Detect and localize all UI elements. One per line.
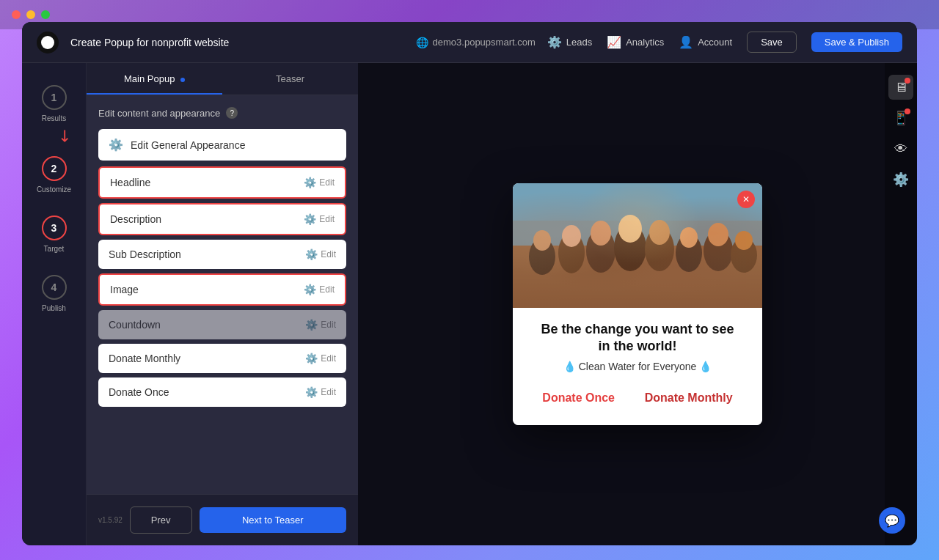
eye-icon: 👁 [894, 141, 907, 157]
step-sidebar: 1 Results ↗ 2 Customize 3 Target [22, 63, 87, 545]
crowd-svg [513, 183, 762, 308]
gear-small-icon: ⚙️ [304, 177, 316, 188]
countdown-edit-button[interactable]: ⚙️ Edit [305, 319, 336, 331]
donate-once-preview-button[interactable]: Donate Once [542, 391, 615, 405]
leads-icon: ⚙️ [547, 35, 562, 49]
donate-once-label: Donate Once [109, 386, 169, 398]
device-settings-button[interactable]: ⚙️ [888, 167, 913, 192]
popup-headline: Be the change you want to see in the wor… [527, 321, 748, 355]
donate-monthly-edit-button[interactable]: ⚙️ Edit [305, 353, 336, 364]
description-edit-button[interactable]: ⚙️ Edit [304, 213, 335, 225]
step-4-number: 4 [51, 281, 57, 293]
donate-monthly-edit-label: Edit [321, 353, 336, 364]
step-2-number: 2 [51, 163, 57, 174]
step-3-item[interactable]: 3 Target [42, 215, 67, 253]
popup-preview: ✕ [513, 183, 762, 426]
sub-description-edit-button[interactable]: ⚙️ Edit [305, 248, 336, 260]
top-nav: Create Popup for nonprofit website 🌐 dem… [22, 22, 917, 63]
sub-description-edit-label: Edit [321, 249, 336, 259]
popup-image [513, 183, 762, 308]
gear-small-icon-7: ⚙️ [305, 386, 318, 398]
svg-point-17 [735, 231, 753, 250]
donate-monthly-preview-button[interactable]: Donate Monthly [645, 391, 733, 405]
close-dot[interactable] [12, 10, 21, 19]
tab-teaser-label: Teaser [276, 73, 304, 84]
save-publish-button[interactable]: Save & Publish [811, 32, 902, 52]
step-3-label: Target [44, 245, 65, 253]
account-avatar-icon: 👤 [679, 35, 693, 49]
svg-point-3 [533, 230, 551, 251]
logo-inner [41, 36, 54, 49]
donate-monthly-label: Donate Monthly [109, 353, 180, 364]
step-arrow: ↗ [54, 124, 76, 147]
prev-button[interactable]: Prev [130, 506, 192, 534]
tab-teaser[interactable]: Teaser [222, 63, 358, 95]
countdown-item[interactable]: Countdown ⚙️ Edit [98, 310, 346, 339]
chat-bubble-button[interactable]: 💬 [879, 507, 905, 534]
gear-small-icon-5: ⚙️ [305, 319, 318, 331]
donate-once-item[interactable]: Donate Once ⚙️ Edit [98, 377, 346, 407]
section-header-text: Edit content and appearance [98, 108, 220, 119]
step-2-circle: 2 [42, 156, 67, 181]
next-button[interactable]: Next to Teaser [200, 507, 346, 533]
sub-description-label: Sub Description [109, 248, 181, 260]
description-item[interactable]: Description ⚙️ Edit [98, 203, 346, 235]
step-4-item[interactable]: 4 Publish [42, 275, 67, 312]
svg-point-9 [618, 215, 642, 243]
svg-point-13 [680, 227, 698, 248]
panel-section-header: Edit content and appearance ? [98, 107, 346, 119]
popup-description: 💧 Clean Water for Everyone 💧 [527, 361, 748, 372]
version-label: v1.5.92 [98, 516, 123, 524]
image-item[interactable]: Image ⚙️ Edit [98, 273, 346, 306]
step-1-number: 1 [51, 92, 57, 103]
logo [37, 32, 59, 54]
minimize-dot[interactable] [26, 10, 35, 19]
analytics-label: Analytics [626, 37, 664, 48]
step-1-label: Results [42, 114, 66, 122]
step-4-label: Publish [42, 304, 66, 312]
panel-footer: v1.5.92 Prev Next to Teaser [87, 494, 358, 545]
headline-edit-button[interactable]: ⚙️ Edit [304, 177, 335, 188]
maximize-dot[interactable] [41, 10, 50, 19]
general-appearance-label: Edit General Appearance [131, 139, 245, 151]
popup-close-button[interactable]: ✕ [737, 191, 755, 208]
tab-main-popup-dot [180, 78, 185, 82]
step-2-item[interactable]: 2 Customize [37, 156, 71, 194]
tab-main-popup-label: Main Popup [124, 73, 175, 84]
desktop-device-button[interactable]: 🖥 [888, 75, 913, 100]
nav-actions: ⚙️ Leads 📈 Analytics 👤 Account Save Save… [547, 32, 902, 53]
donate-once-edit-button[interactable]: ⚙️ Edit [305, 386, 336, 398]
svg-point-11 [649, 220, 670, 245]
nav-url: 🌐 demo3.popupsmart.com [416, 37, 536, 48]
general-appearance-button[interactable]: ⚙️ Edit General Appearance [98, 129, 346, 161]
url-text: demo3.popupsmart.com [433, 37, 536, 48]
preview-button[interactable]: 👁 [888, 136, 913, 161]
headline-item[interactable]: Headline ⚙️ Edit [98, 166, 346, 199]
save-button[interactable]: Save [747, 32, 797, 53]
sub-description-item[interactable]: Sub Description ⚙️ Edit [98, 240, 346, 269]
headline-label: Headline [110, 177, 150, 188]
step-1-circle: 1 [42, 85, 67, 110]
preview-area: ✕ [358, 63, 917, 545]
donate-monthly-item[interactable]: Donate Monthly ⚙️ Edit [98, 344, 346, 373]
analytics-nav-item[interactable]: 📈 Analytics [607, 35, 664, 49]
image-label: Image [110, 284, 139, 295]
countdown-label: Countdown [109, 319, 161, 331]
countdown-edit-label: Edit [321, 320, 336, 330]
description-edit-label: Edit [319, 214, 335, 224]
device-toolbar: 🖥 📱 👁 ⚙️ [885, 63, 917, 545]
help-icon[interactable]: ? [226, 107, 238, 119]
mobile-device-button[interactable]: 📱 [888, 106, 913, 130]
svg-point-15 [708, 223, 728, 246]
tab-main-popup[interactable]: Main Popup [87, 63, 222, 95]
account-nav-item[interactable]: 👤 Account [679, 35, 732, 49]
gear-small-icon-2: ⚙️ [304, 213, 316, 225]
panel-tabs: Main Popup Teaser [87, 63, 358, 95]
gear-icon: ⚙️ [109, 138, 123, 152]
image-edit-button[interactable]: ⚙️ Edit [304, 284, 335, 295]
account-label: Account [698, 37, 732, 48]
analytics-icon: 📈 [607, 35, 621, 49]
popup-headline-line1: Be the change you want to see [541, 322, 734, 336]
leads-nav-item[interactable]: ⚙️ Leads [547, 35, 592, 49]
step-1-item[interactable]: 1 Results [42, 85, 67, 122]
